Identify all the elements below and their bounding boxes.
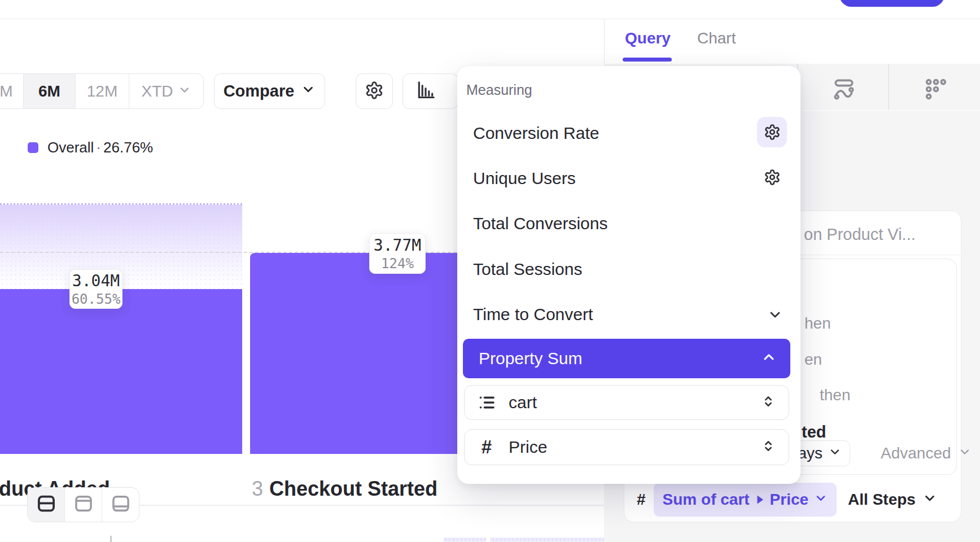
layout-toggle-group — [27, 487, 139, 522]
tab-chart[interactable]: Chart — [697, 29, 736, 47]
hash-icon: # — [477, 436, 496, 458]
property-entity-select[interactable]: cart — [464, 385, 789, 420]
step-number: 3 — [252, 477, 263, 501]
up-down-chevrons-icon — [760, 394, 776, 412]
chevron-down-icon — [814, 491, 828, 509]
icon-row-edge — [802, 110, 980, 111]
bar-value-tooltip: 3.04M 60.55% — [69, 269, 123, 309]
bar-gap — [486, 537, 490, 542]
chevron-down-icon — [958, 444, 972, 462]
panel-split-bottom-icon — [111, 495, 131, 515]
step-row-fragment: en — [804, 351, 822, 369]
chevron-down-icon[interactable] — [767, 307, 783, 325]
bar-percent: 124% — [381, 256, 414, 272]
legend-swatch — [28, 142, 38, 153]
active-tab-underline — [623, 58, 672, 62]
step-row-fragment: hen — [804, 314, 831, 333]
step-row-fragment-bold: ted — [802, 423, 826, 442]
topbar-divider — [0, 19, 980, 19]
menu-item-total-conversions[interactable]: Total Conversions — [473, 214, 607, 233]
range-option-6m[interactable]: 6M — [24, 74, 76, 108]
panel-split-top-icon — [73, 495, 94, 515]
menu-item-unique-users[interactable]: Unique Users — [473, 169, 576, 188]
legend-value: 26.76% — [103, 139, 153, 156]
legend: Overall·26.76% — [28, 139, 153, 156]
range-option-xtd[interactable]: XTD — [129, 74, 203, 108]
range-option-label: M — [0, 82, 13, 100]
funnel-bars-icon — [414, 79, 437, 104]
property-name-select[interactable]: # Price — [464, 429, 789, 465]
legend-series: Overall — [47, 139, 94, 156]
card-title-truncated: on Product Vi... — [804, 225, 916, 244]
all-steps-label: All Steps — [848, 491, 916, 509]
step-row-fragment: then — [820, 386, 851, 404]
step-label-checkout-started: Checkout Started — [269, 477, 438, 501]
menu-item-conversion-rate[interactable]: Conversion Rate — [473, 124, 599, 143]
funnel-bar-checkout-started[interactable] — [250, 253, 492, 454]
compare-button[interactable]: Compare — [214, 73, 325, 109]
menu-item-total-sessions[interactable]: Total Sessions — [473, 260, 582, 279]
layout-split-top-button[interactable] — [65, 488, 102, 522]
chart-type-button[interactable] — [403, 73, 458, 109]
range-option-label: XTD — [142, 82, 173, 100]
layout-split-middle-button[interactable] — [28, 488, 65, 522]
chevron-down-icon — [301, 82, 316, 100]
chip-prefix: Sum of cart — [663, 491, 750, 509]
list-icon — [477, 393, 496, 412]
panel-divider — [604, 19, 605, 64]
next-row-bar-sliver — [444, 537, 604, 542]
conversion-window-button[interactable]: lays — [796, 440, 850, 466]
menu-item-property-sum-selected[interactable]: Property Sum — [463, 339, 790, 378]
measurement-row: # Sum of cart Price All Steps — [637, 483, 937, 517]
range-option-label: 12M — [87, 82, 117, 100]
gear-icon[interactable] — [764, 169, 781, 188]
layout-split-bottom-button[interactable] — [102, 488, 139, 522]
tab-query[interactable]: Query — [625, 29, 671, 47]
caret-right-icon — [755, 491, 764, 509]
property-sum-chip[interactable]: Sum of cart Price — [654, 483, 837, 517]
chevron-down-icon — [828, 444, 842, 462]
up-down-chevrons-icon — [760, 438, 776, 456]
gear-icon[interactable] — [764, 124, 781, 143]
measuring-dropdown: Measuring Conversion Rate Unique Users T… — [457, 66, 800, 484]
chart-settings-button[interactable] — [356, 73, 393, 109]
gear-icon — [365, 81, 384, 102]
menu-item-time-to-convert[interactable]: Time to Convert — [473, 305, 593, 324]
chevron-down-icon — [922, 491, 937, 509]
hash-icon: # — [637, 491, 646, 509]
range-option-m[interactable]: M — [0, 74, 24, 108]
funnel-bar-product-added[interactable] — [0, 289, 242, 454]
advanced-label: Advanced — [881, 444, 951, 462]
chip-property: Price — [770, 491, 809, 509]
all-steps-selector[interactable]: All Steps — [848, 491, 937, 509]
range-option-label: 6M — [38, 82, 60, 100]
property-value: Price — [509, 438, 760, 457]
chevron-down-icon — [178, 82, 191, 100]
primary-action-button[interactable] — [839, 0, 944, 7]
entity-value: cart — [509, 393, 760, 412]
advanced-button[interactable]: Advanced — [881, 444, 972, 462]
panel-split-middle-icon — [36, 495, 56, 515]
dropdown-title: Measuring — [466, 82, 532, 98]
property-sum-label: Property Sum — [479, 349, 582, 368]
dots-grid-icon[interactable] — [924, 77, 948, 104]
app-window: M 6M 12M XTD Compare Overall·26.76% 3.04… — [0, 0, 980, 542]
date-range-segmented-control: M 6M 12M XTD — [0, 73, 204, 109]
legend-label: Overall·26.76% — [47, 139, 153, 156]
bar-value: 3.77M — [374, 236, 421, 255]
range-option-12m[interactable]: 12M — [76, 74, 129, 108]
legend-separator: · — [94, 139, 103, 156]
bar-value-tooltip: 3.77M 124% — [369, 233, 426, 274]
icon-cell-divider — [888, 64, 889, 111]
bar-value: 3.04M — [72, 272, 120, 290]
compare-label: Compare — [224, 82, 295, 100]
bar-percent: 60.55% — [72, 291, 121, 307]
axis-tick — [110, 536, 112, 542]
chevron-up-icon — [761, 349, 777, 368]
flows-icon[interactable] — [832, 77, 856, 104]
